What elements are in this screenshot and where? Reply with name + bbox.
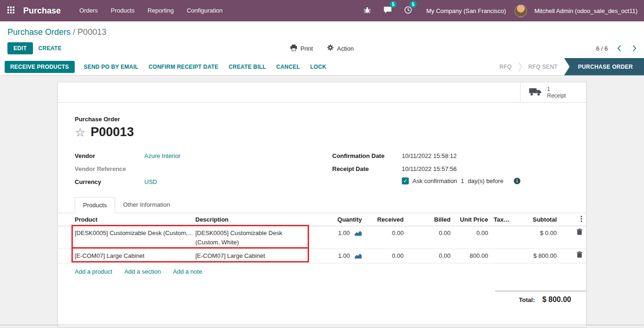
receipt-stat-button[interactable]: 1 Receipt	[520, 82, 586, 102]
line-quantity-cell: 1.00	[308, 249, 365, 263]
column-header-received: Received	[365, 213, 406, 226]
stage-rfq-sent[interactable]: RFQ SENT	[522, 58, 564, 75]
menu-products[interactable]: Products	[104, 0, 141, 21]
confirmation-date-value: 10/11/2022 15:58:12	[402, 152, 457, 159]
order-line-row[interactable]: [E-COM07] Large Cabinet [E-COM07] Large …	[58, 249, 587, 263]
printer-icon	[290, 45, 297, 52]
receipt-date-label: Receipt Date	[332, 165, 402, 172]
create-button[interactable]: CREATE	[33, 42, 67, 54]
create-bill-button[interactable]: CREATE BILL	[224, 61, 271, 73]
app-name[interactable]: Purchase	[23, 6, 61, 16]
line-received-cell: 0.00	[365, 226, 406, 249]
line-quantity-cell: 1.00	[308, 226, 365, 249]
menu-configuration[interactable]: Configuration	[180, 0, 229, 21]
tab-products[interactable]: Products	[75, 197, 115, 213]
print-label: Print	[301, 45, 313, 52]
clock-icon	[404, 6, 412, 15]
add-a-section-link[interactable]: Add a section	[124, 268, 161, 275]
cancel-button[interactable]: CANCEL	[271, 61, 304, 73]
statusbar: RECEIVE PRODUCTS SEND PO BY EMAIL CONFIR…	[0, 58, 644, 76]
currency-label: Currency	[75, 178, 144, 185]
line-unit-price-cell: 800.00	[453, 249, 491, 263]
column-header-description: Description	[193, 213, 308, 226]
apps-menu-button[interactable]	[0, 0, 21, 21]
receipt-label: Receipt	[547, 92, 566, 99]
print-menu[interactable]: Print	[290, 44, 313, 52]
breadcrumb: Purchase Orders / P00013	[7, 27, 637, 37]
messages-button[interactable]: 5	[379, 4, 396, 17]
stage-rfq[interactable]: RFQ	[493, 58, 518, 75]
activities-button[interactable]: 5	[400, 4, 416, 17]
delete-line-icon[interactable]	[577, 251, 582, 261]
line-billed-cell: 0.00	[406, 249, 453, 263]
breadcrumb-parent[interactable]: Purchase Orders	[7, 27, 71, 37]
right-field-group: Confirmation Date 10/11/2022 15:58:12 Re…	[332, 151, 569, 186]
lock-button[interactable]: LOCK	[306, 61, 331, 73]
forecast-chart-icon[interactable]	[354, 252, 362, 262]
stage-purchase-order[interactable]: PURCHASE ORDER	[564, 58, 644, 75]
confirmation-date-label: Confirmation Date	[332, 152, 402, 159]
top-navbar: Purchase Orders Products Reporting Confi…	[0, 0, 644, 21]
receipt-count: 1	[547, 86, 566, 92]
line-unit-price-cell: 0.00	[453, 226, 491, 249]
pager-next-icon[interactable]	[632, 45, 637, 52]
pager-previous-icon[interactable]	[617, 45, 621, 52]
menu-reporting[interactable]: Reporting	[141, 0, 180, 21]
vendor-value[interactable]: Azure Interior	[144, 152, 180, 159]
confirm-receipt-date-button[interactable]: CONFIRM RECEIPT DATE	[144, 61, 223, 73]
order-line-row[interactable]: [DESK0005] Customizable Desk (Custom,… […	[58, 226, 587, 249]
tab-other-information[interactable]: Other Information	[115, 197, 178, 213]
line-subtotal-cell: $ 800.00	[525, 249, 560, 263]
menu-orders[interactable]: Orders	[73, 0, 104, 21]
bug-icon	[363, 7, 371, 15]
line-received-cell: 0.00	[365, 249, 406, 263]
notebook-tabs: Products Other Information	[58, 197, 586, 213]
breadcrumb-separator: /	[73, 27, 75, 37]
order-lines-table: Product Description Quantity Received Bi…	[58, 213, 587, 263]
action-label: Action	[337, 45, 354, 52]
button-box: 1 Receipt	[58, 82, 586, 103]
optional-columns-button[interactable]	[560, 213, 587, 226]
topbar-right: 5 5 My Company (San Francisco) Mitchell …	[359, 4, 638, 17]
add-a-note-link[interactable]: Add a note	[173, 268, 202, 275]
apps-grid-icon	[7, 7, 14, 15]
receipt-date-value: 10/11/2022 15:57:56	[402, 165, 457, 172]
total-value: $ 800.00	[542, 295, 571, 304]
ask-confirmation-checkbox[interactable]: ✓	[402, 177, 409, 184]
info-icon	[514, 177, 521, 184]
activities-badge: 5	[410, 1, 417, 8]
line-footer-links: Add a product Add a section Add a note	[58, 263, 586, 275]
line-taxes-cell	[491, 249, 525, 263]
window-bottom-divider	[0, 325, 644, 325]
gear-icon	[327, 44, 334, 52]
currency-value[interactable]: USD	[144, 178, 157, 185]
ask-confirmation-suffix: day(s) before	[468, 177, 503, 184]
user-menu[interactable]: Mitchell Admin (odoo_sale_des_oct11)	[535, 7, 638, 14]
action-menu[interactable]: Action	[327, 44, 354, 52]
line-product-cell: [DESK0005] Customizable Desk (Custom,…	[58, 226, 193, 249]
column-header-subtotal: Subtotal	[525, 213, 560, 226]
send-po-by-email-button[interactable]: SEND PO BY EMAIL	[79, 61, 143, 73]
document-type-label: Purchase Order	[75, 116, 569, 123]
vendor-label: Vendor	[75, 152, 144, 159]
add-a-product-link[interactable]: Add a product	[75, 268, 112, 275]
favorite-star-icon[interactable]: ☆	[75, 126, 85, 138]
column-header-unit-price: Unit Price	[453, 213, 491, 226]
breadcrumb-current: P00013	[77, 27, 106, 37]
forecast-chart-icon[interactable]	[354, 230, 362, 239]
debug-button[interactable]	[359, 5, 375, 17]
column-header-billed: Billed	[406, 213, 453, 226]
column-header-quantity: Quantity	[308, 213, 365, 226]
user-avatar[interactable]	[515, 5, 527, 17]
delete-line-icon[interactable]	[577, 229, 582, 238]
column-header-taxes: Tax…	[491, 213, 525, 226]
total-label: Total:	[519, 296, 535, 303]
line-subtotal-cell: $ 0.00	[525, 226, 560, 249]
order-total: Total: $ 800.00	[495, 291, 586, 304]
receive-products-button[interactable]: RECEIVE PRODUCTS	[5, 61, 75, 73]
company-switcher[interactable]: My Company (San Francisco)	[426, 7, 506, 14]
edit-button[interactable]: EDIT	[7, 42, 33, 54]
line-description-cell: [E-COM07] Large Cabinet	[193, 249, 308, 263]
order-name: P00013	[90, 125, 134, 139]
left-field-group: Vendor Azure Interior Vendor Reference C…	[75, 151, 312, 186]
